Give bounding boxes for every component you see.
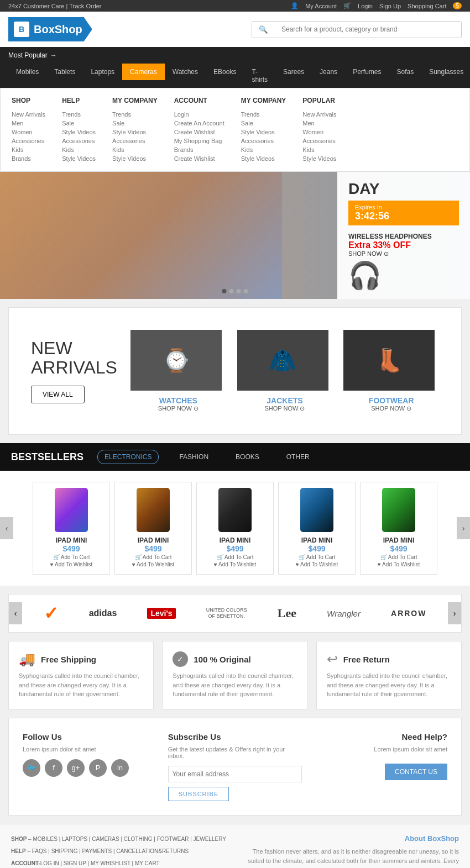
mega-link[interactable]: Style Videos [62,154,96,163]
subscribe-button[interactable]: SUBSCRIBE [168,787,229,801]
mega-link[interactable]: Accessories [12,136,45,145]
mega-link[interactable]: Sale [112,119,158,128]
mega-link[interactable]: Style Videos [241,128,286,136]
hero-shop-now-link[interactable]: SHOP NOW ⊙ [348,250,459,257]
add-to-wishlist-2[interactable]: ♥ Add To Wishlist [121,561,186,567]
subscribe-email-input[interactable] [168,766,302,782]
shopping-cart-link[interactable]: Shopping Cart [408,3,446,9]
mega-link[interactable]: Accessories [62,136,96,145]
mega-link[interactable]: Kids [241,145,286,154]
facebook-icon[interactable]: f [45,759,62,777]
mega-link[interactable]: Create Wishlist [174,154,224,163]
link-cancellation[interactable]: CANCELLATION&RETURNS [116,848,189,854]
jackets-shop-now[interactable]: SHOP NOW ⊙ [237,405,333,412]
link-shipping[interactable]: SHIPPING [51,848,78,854]
mega-link[interactable]: Create Wishlist [174,128,224,136]
nav-tab-mobiles[interactable]: Mobiles [8,64,46,88]
mega-link[interactable]: Style Videos [112,128,158,136]
link-signup[interactable]: SIGN UP [64,860,86,866]
nav-tab-watches[interactable]: Watches [165,64,206,88]
link-jewellery[interactable]: JEWELLERY [194,836,226,842]
link-faqs[interactable]: FAQS [32,848,47,854]
mega-link[interactable]: Men [302,119,336,128]
link-mobiles[interactable]: MOBILES [33,836,57,842]
bestsellers-tab-electronics[interactable]: ELECTRONICS [97,450,159,464]
nav-tab-sunglasses[interactable]: Sunglasses [421,64,470,88]
hero-dot-3[interactable] [237,289,241,293]
add-to-cart-5[interactable]: 🛒 Add To Cart [366,554,431,560]
logo[interactable]: B BoxShop [8,17,92,41]
link-footwear[interactable]: FOOTWEAR [157,836,189,842]
mega-link[interactable]: Sale [62,119,96,128]
mega-link[interactable]: Style Videos [241,154,286,163]
add-to-cart-2[interactable]: 🛒 Add To Cart [121,554,186,560]
mega-link[interactable]: New Arrivals [12,110,45,119]
add-to-wishlist-3[interactable]: ♥ Add To Wishlist [202,561,268,567]
link-mycart[interactable]: MY CART [135,860,160,866]
hero-dot-1[interactable] [222,289,227,293]
footwear-shop-now[interactable]: SHOP NOW ⊙ [343,405,439,412]
contact-us-button[interactable]: CONTACT US [385,764,447,780]
mega-link[interactable]: New Arrivals [302,110,336,119]
link-laptops[interactable]: LAPTOPS [62,836,87,842]
nav-tab-tablets[interactable]: Tablets [46,64,83,88]
nav-tab-cameras[interactable]: Cameras [122,64,165,88]
mega-link[interactable]: Accessories [112,136,158,145]
pinterest-icon[interactable]: P [89,759,107,777]
mega-link[interactable]: Kids [62,145,96,154]
mega-link[interactable]: Men [12,119,45,128]
signup-link[interactable]: Sign Up [379,3,401,9]
search-input[interactable] [275,22,461,38]
nav-tab-tshirts[interactable]: T-shirts [244,64,275,88]
mega-link[interactable]: Style Videos [302,154,336,163]
link-clothing[interactable]: CLOTHING [124,836,153,842]
products-prev-button[interactable]: ‹ [0,517,13,539]
nav-tab-perfumes[interactable]: Perfumes [345,64,389,88]
linkedin-icon[interactable]: in [111,759,129,777]
mega-link[interactable]: Kids [112,145,158,154]
link-login[interactable]: LOG IN [40,860,59,866]
mega-link[interactable]: Kids [302,145,336,154]
twitter-icon[interactable]: 🐦 [23,759,40,777]
brands-prev-button[interactable]: ‹ [9,602,22,624]
add-to-cart-1[interactable]: 🛒 Add To Cart [39,554,104,560]
hero-dot-4[interactable] [244,289,248,293]
google-plus-icon[interactable]: g+ [67,759,85,777]
bestsellers-tab-fashion[interactable]: FASHION [173,450,215,464]
watches-shop-now[interactable]: SHOP NOW ⊙ [130,405,226,412]
hero-dot-2[interactable] [229,289,234,293]
bestsellers-tab-books[interactable]: BOOKS [229,450,266,464]
add-to-wishlist-5[interactable]: ♥ Add To Wishlist [366,561,431,567]
mega-link[interactable]: Accessories [241,136,286,145]
add-to-cart-4[interactable]: 🛒 Add To Cart [284,554,349,560]
search-button[interactable]: 🔍 [252,22,275,38]
bestsellers-tab-other[interactable]: OTHER [280,450,316,464]
mega-link[interactable]: Brands [174,145,224,154]
nav-tab-sofas[interactable]: Sofas [389,64,421,88]
mega-link[interactable]: Style Videos [62,128,96,136]
link-cameras[interactable]: CAMERAS [92,836,119,842]
nav-tab-sarees[interactable]: Sarees [275,64,312,88]
mega-link[interactable]: Accessories [302,136,336,145]
mega-link[interactable]: Women [12,128,45,136]
link-payments[interactable]: PAYMENTS [82,848,112,854]
mega-link[interactable]: Create An Account [174,119,224,128]
mega-link[interactable]: Sale [241,119,286,128]
mega-link[interactable]: Trends [62,110,96,119]
mega-link[interactable]: Kids [12,145,45,154]
link-wishlist[interactable]: MY WHISHLIST [91,860,130,866]
mega-link[interactable]: Trends [112,110,158,119]
add-to-wishlist-1[interactable]: ♥ Add To Wishlist [39,561,104,567]
mega-link[interactable]: My Shopping Bag [174,136,224,145]
nav-tab-ebooks[interactable]: EBooks [206,64,244,88]
mega-link[interactable]: Women [302,128,336,136]
add-to-cart-3[interactable]: 🛒 Add To Cart [202,554,268,560]
nav-tab-laptops[interactable]: Laptops [83,64,122,88]
view-all-button[interactable]: VIEW ALL [31,386,85,403]
add-to-wishlist-4[interactable]: ♥ Add To Wishlist [284,561,349,567]
mega-link[interactable]: Brands [12,154,45,163]
mega-link[interactable]: Trends [241,110,286,119]
products-next-button[interactable]: › [457,517,470,539]
brands-next-button[interactable]: › [448,602,461,624]
login-link[interactable]: Login [358,3,373,9]
